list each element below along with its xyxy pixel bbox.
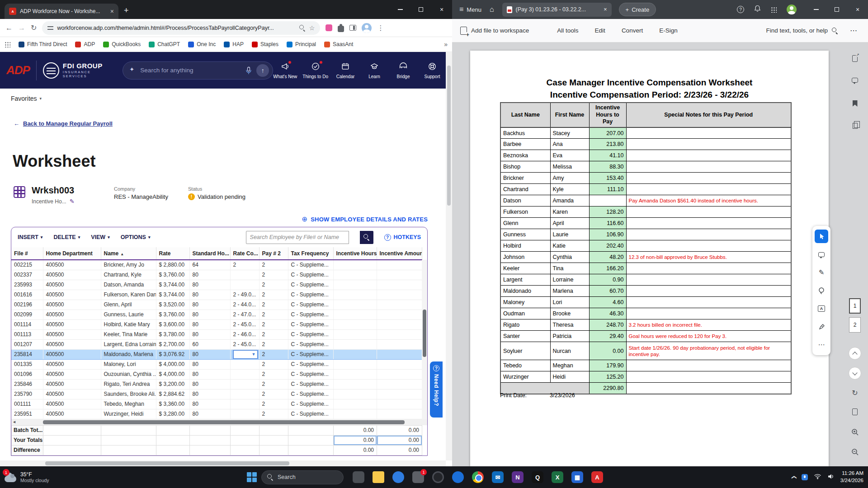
reload-icon[interactable]: ↻	[31, 23, 37, 32]
window-close-button[interactable]: ×	[847, 0, 868, 19]
file-number-link[interactable]: 235814	[11, 349, 43, 359]
bookmark-item[interactable]: QuickBooks	[103, 41, 141, 47]
scrollbar-thumb[interactable]	[45, 461, 289, 465]
bookmark-star-icon[interactable]: ☆	[309, 24, 315, 32]
rate-code-cell[interactable]: 2 - 44.0...	[230, 300, 259, 310]
bookmark-item[interactable]: HAP	[224, 41, 244, 47]
scrollbar-thumb[interactable]	[423, 310, 426, 357]
file-number-link[interactable]: 235993	[11, 280, 43, 290]
bookmark-item[interactable]: SaasAnt	[324, 41, 353, 47]
app-badged[interactable]: 1	[412, 471, 424, 483]
draw-tool-button[interactable]: ✎	[815, 266, 828, 279]
volume-icon[interactable]	[827, 473, 835, 481]
add-text-tool-button[interactable]: A	[815, 302, 828, 315]
app-obs[interactable]	[432, 471, 444, 483]
incentive-amount-cell[interactable]	[377, 409, 422, 419]
browser-horizontal-scrollbar[interactable]	[0, 460, 446, 466]
page-thumbnail-1[interactable]: 1	[847, 298, 863, 314]
incentive-hours-cell[interactable]	[333, 399, 377, 409]
incentive-hours-cell[interactable]	[333, 270, 377, 280]
incentive-hours-cell[interactable]	[333, 389, 377, 399]
incentive-amount-cell[interactable]	[377, 369, 422, 379]
rate-code-cell[interactable]: 2 - 46.0...	[230, 329, 259, 339]
bookmark-item[interactable]: One Inc	[188, 41, 216, 47]
incentive-amount-cell[interactable]	[377, 270, 422, 280]
tray-overflow-chevron-icon[interactable]: ❯	[791, 475, 797, 479]
table-row[interactable]: 235846400500Rigato, Teri Andrea$ 3,200.0…	[11, 379, 422, 389]
grid-menu-delete[interactable]: DELETE▾	[53, 234, 80, 240]
start-button[interactable]	[247, 472, 257, 482]
table-row[interactable]: 001207400500Largent, Edna Lorraine$ 2,70…	[11, 339, 422, 349]
totals-hours-cell[interactable]: 0.00	[334, 435, 377, 445]
browser-menu-kebab-icon[interactable]: ⋮	[377, 24, 384, 32]
scrollbar-thumb[interactable]	[43, 420, 405, 424]
incentive-hours-cell[interactable]	[333, 329, 377, 339]
incentive-hours-cell[interactable]	[333, 349, 377, 359]
sidebar-icon[interactable]	[349, 25, 356, 31]
url-field[interactable]: workforcenow.adp.com/theme/admin.html#/P…	[42, 21, 320, 35]
bookmark-item[interactable]: Fifth Third Direct	[19, 41, 67, 47]
adp-nav-check[interactable]: Things to Do	[302, 62, 328, 79]
bookmark-item[interactable]: Principal	[287, 41, 316, 47]
incentive-amount-cell[interactable]	[377, 260, 422, 270]
export-pdf-icon[interactable]	[847, 55, 863, 62]
window-maximize-button[interactable]	[826, 0, 847, 19]
app-window[interactable]	[353, 471, 364, 483]
file-number-link[interactable]: 001335	[11, 359, 43, 369]
file-number-link[interactable]: 235951	[11, 409, 43, 419]
rate-code-cell[interactable]: 2 - 45.0...	[230, 319, 259, 329]
forward-icon[interactable]: →	[18, 24, 25, 32]
fill-sign-tool-button[interactable]	[815, 320, 828, 333]
rate-code-cell[interactable]	[230, 359, 259, 369]
table-row[interactable]: 001616400500Fulkerson, Karen Danz$ 3,744…	[11, 290, 422, 300]
back-icon[interactable]: ←	[5, 24, 13, 32]
rate-code-cell[interactable]	[230, 399, 259, 409]
incentive-amount-cell[interactable]	[377, 399, 422, 409]
file-number-link[interactable]: 002215	[11, 260, 43, 270]
incentive-hours-cell[interactable]	[333, 310, 377, 319]
table-row[interactable]: 002099400500Gunness, Laurie$ 3,760.00802…	[11, 310, 422, 319]
file-number-link[interactable]: 235846	[11, 379, 43, 389]
file-explorer[interactable]	[373, 471, 384, 483]
need-help-button[interactable]: ? Need Help?	[430, 361, 443, 418]
file-number-link[interactable]: 001096	[11, 369, 43, 379]
app-launcher-grid-icon[interactable]	[771, 7, 777, 13]
table-row[interactable]: 001114400500Holbird, Katie Mary$ 3,600.0…	[11, 319, 422, 329]
column-header[interactable]: Name▲	[101, 247, 156, 260]
rate-code-cell[interactable]	[230, 409, 259, 419]
incentive-amount-cell[interactable]	[377, 349, 422, 359]
column-header[interactable]: File #	[11, 247, 43, 260]
incentive-amount-cell[interactable]	[377, 339, 422, 349]
rate-code-cell[interactable]: 2	[230, 260, 259, 270]
app-q[interactable]: Q	[532, 471, 543, 483]
incentive-hours-cell[interactable]	[333, 300, 377, 310]
file-number-link[interactable]: 001113	[11, 329, 43, 339]
rate-code-cell[interactable]	[230, 270, 259, 280]
add-file-button[interactable]: Add file to workspace	[460, 27, 529, 35]
search-submit-button[interactable]: ↑	[256, 64, 269, 77]
comments-panel-icon[interactable]	[847, 78, 863, 83]
more-options-icon[interactable]: ⋯	[850, 26, 857, 35]
favorites-label[interactable]: Favorites	[11, 95, 37, 102]
column-header[interactable]: Tax Frequency	[288, 247, 333, 260]
column-header[interactable]: Standard Ho...	[189, 247, 230, 260]
table-row[interactable]: 235951400500Wurzinger, Heidi$ 3,280.0080…	[11, 409, 422, 419]
column-header[interactable]: Rate Co...	[230, 247, 259, 260]
edit-pencil-icon[interactable]: ✎	[70, 198, 75, 205]
file-number-link[interactable]: 002337	[11, 270, 43, 280]
grid-menu-view[interactable]: VIEW▾	[91, 234, 109, 240]
rate-code-cell[interactable]: 2 - 47.0...	[230, 310, 259, 319]
taskbar-clock[interactable]: 11:26 AM 3/24/2026	[840, 470, 863, 484]
next-page-button[interactable]	[847, 367, 863, 380]
apps-grid-icon[interactable]	[5, 42, 10, 47]
incentive-hours-cell[interactable]	[333, 280, 377, 290]
incentive-amount-cell[interactable]	[377, 310, 422, 319]
employee-search-button[interactable]	[360, 231, 373, 244]
grid-vertical-scrollbar[interactable]	[422, 260, 427, 419]
incentive-hours-cell[interactable]	[333, 369, 377, 379]
table-row[interactable]: 235993400500Datson, Amanda$ 3,744.00802C…	[11, 280, 422, 290]
rate-code-cell[interactable]	[230, 369, 259, 379]
incentive-amount-cell[interactable]	[377, 379, 422, 389]
grid-menu-options[interactable]: OPTIONS▾	[121, 234, 151, 240]
incentive-hours-cell[interactable]	[333, 290, 377, 300]
